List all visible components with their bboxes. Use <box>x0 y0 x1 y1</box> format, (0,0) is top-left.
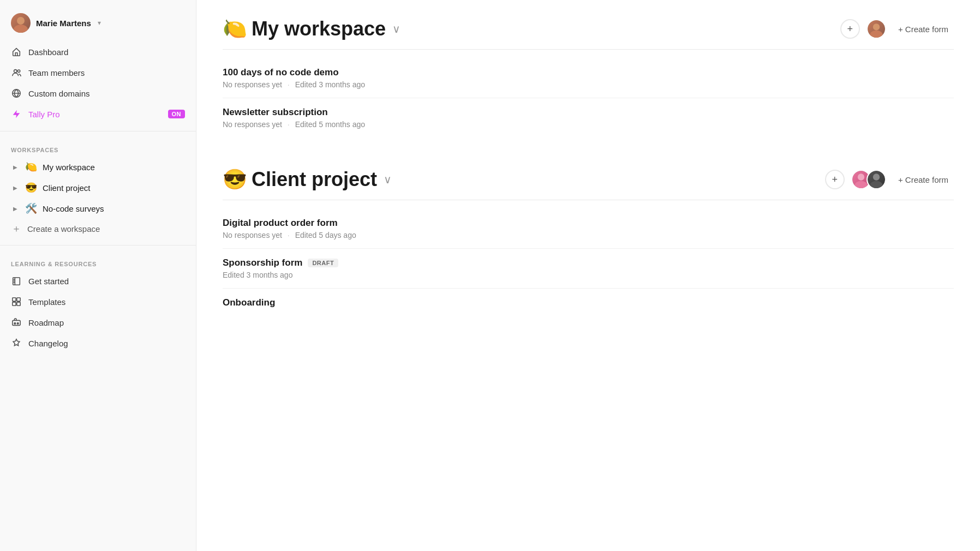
workspace-title-1: My workspace <box>252 17 386 40</box>
form-item-4[interactable]: Sponsorship form DRAFT Edited 3 months a… <box>223 249 954 289</box>
svg-point-2 <box>14 70 17 73</box>
sidebar-item-my-workspace[interactable]: ▶ 🍋 My workspace <box>4 157 192 177</box>
globe-icon <box>11 88 22 99</box>
draft-badge: DRAFT <box>308 259 338 267</box>
nav-custom-domains[interactable]: Custom domains <box>4 83 192 104</box>
workspace-label-3: No-code surveys <box>43 204 104 213</box>
nav-dashboard[interactable]: Dashboard <box>4 41 192 62</box>
svg-point-16 <box>873 173 880 180</box>
nav-get-started[interactable]: Get started <box>4 271 192 291</box>
form-edited-4: Edited 3 months ago <box>223 271 292 279</box>
workspace-chevron-2[interactable]: ∨ <box>384 173 392 186</box>
main-content: 🍋 My workspace ∨ + <box>196 0 980 551</box>
nav-domains-label: Custom domains <box>28 89 90 98</box>
form-meta-3: No responses yet · Edited 5 days ago <box>223 231 954 239</box>
form-responses-2: No responses yet <box>223 120 282 129</box>
nav-changelog[interactable]: Changelog <box>4 333 192 354</box>
svg-point-15 <box>854 181 867 189</box>
nav-changelog-label: Changelog <box>28 339 68 348</box>
add-member-button-1[interactable]: + <box>840 19 860 39</box>
create-form-button-2[interactable]: + Create form <box>893 172 954 188</box>
form-meta-4: Edited 3 months ago <box>223 271 954 279</box>
main-nav: Dashboard Team members Custom domains <box>0 41 196 124</box>
svg-point-1 <box>14 25 28 33</box>
member-avatar-circle <box>868 20 885 38</box>
form-title-1: 100 days of no code demo <box>223 67 954 78</box>
form-title-5: Onboarding <box>223 297 954 308</box>
nav-tally-pro-label: Tally Pro <box>28 110 60 119</box>
add-member-button-2[interactable]: + <box>825 170 845 189</box>
form-item-5[interactable]: Onboarding <box>223 289 954 319</box>
learning-nav: Get started Templates <box>0 271 196 354</box>
svg-point-0 <box>17 17 25 25</box>
form-meta-1: No responses yet · Edited 3 months ago <box>223 80 954 89</box>
create-form-label-2: + Create form <box>898 175 948 184</box>
workspace-list: ▶ 🍋 My workspace ▶ 😎 Client project ▶ 🛠️… <box>0 157 196 238</box>
sidebar-divider-2 <box>0 245 196 245</box>
svg-point-17 <box>870 181 882 189</box>
plus-icon: ＋ <box>11 223 22 234</box>
expand-arrow-icon-2: ▶ <box>11 183 20 192</box>
workspace-label-1: My workspace <box>43 163 95 172</box>
svg-point-13 <box>870 31 882 39</box>
nav-templates[interactable]: Templates <box>4 291 192 312</box>
nav-team-members[interactable]: Team members <box>4 62 192 83</box>
form-edited-2: Edited 5 months ago <box>295 120 365 129</box>
svg-rect-9 <box>13 320 20 325</box>
nav-tally-pro[interactable]: Tally Pro ON <box>4 104 192 124</box>
form-responses-1: No responses yet <box>223 80 282 89</box>
nav-roadmap[interactable]: Roadmap <box>4 312 192 333</box>
form-responses-3: No responses yet <box>223 231 282 239</box>
sidebar-item-client-project[interactable]: ▶ 😎 Client project <box>4 177 192 198</box>
member-avatar-circle-dark <box>868 171 885 188</box>
workspace-section-my: 🍋 My workspace ∨ + <box>196 0 980 155</box>
create-workspace-button[interactable]: ＋ Create a workspace <box>4 219 192 238</box>
workspace-chevron-1[interactable]: ∨ <box>392 22 401 35</box>
form-item-2[interactable]: Newsletter subscription No responses yet… <box>223 98 954 137</box>
form-edited-1: Edited 3 months ago <box>295 80 365 89</box>
workspace-actions-2: + <box>825 170 954 189</box>
user-chevron-icon: ▾ <box>98 19 101 27</box>
workspace-title-area-client: 😎 Client project ∨ <box>223 168 392 191</box>
meta-dot-3: · <box>288 231 290 239</box>
svg-rect-5 <box>13 298 16 301</box>
workspace-emoji-2: 😎 <box>25 182 37 194</box>
learning-section: LEARNING & RESOURCES Get started <box>0 252 196 354</box>
nav-team-label: Team members <box>28 68 85 77</box>
tally-pro-badge: ON <box>168 110 186 118</box>
templates-icon <box>11 296 22 307</box>
workspaces-label: WORKSPACES <box>0 138 196 157</box>
meta-dot-1: · <box>288 80 290 89</box>
meta-dot-2: · <box>288 120 290 129</box>
member-avatars-2 <box>851 170 886 189</box>
sidebar-item-no-code-surveys[interactable]: ▶ 🛠️ No-code surveys <box>4 198 192 219</box>
svg-rect-7 <box>13 302 16 306</box>
svg-rect-6 <box>17 298 20 301</box>
workspace-title-area-my: 🍋 My workspace ∨ <box>223 17 401 40</box>
learning-label: LEARNING & RESOURCES <box>0 252 196 271</box>
form-meta-2: No responses yet · Edited 5 months ago <box>223 120 954 129</box>
workspace-label-2: Client project <box>43 183 91 193</box>
svg-point-3 <box>17 70 20 73</box>
workspace-header-client: 😎 Client project ∨ + <box>223 168 954 200</box>
form-list-2: Digital product order form No responses … <box>223 200 954 328</box>
member-avatar <box>867 19 886 39</box>
home-icon <box>11 46 22 57</box>
svg-point-10 <box>14 322 16 324</box>
form-item-1[interactable]: 100 days of no code demo No responses ye… <box>223 58 954 98</box>
form-item-3[interactable]: Digital product order form No responses … <box>223 209 954 249</box>
nav-get-started-label: Get started <box>28 277 69 286</box>
form-title-3: Digital product order form <box>223 218 954 229</box>
book-icon <box>11 276 22 286</box>
team-icon <box>11 67 22 78</box>
workspace-emoji-3: 🛠️ <box>25 202 37 214</box>
form-title-2: Newsletter subscription <box>223 107 954 118</box>
workspace-section-client: 😎 Client project ∨ + <box>196 155 980 337</box>
svg-point-12 <box>873 23 880 30</box>
changelog-icon <box>11 338 22 349</box>
create-form-button-1[interactable]: + Create form <box>893 21 954 37</box>
user-avatar <box>11 13 31 33</box>
workspace-actions-1: + + Create form <box>840 19 954 39</box>
user-profile[interactable]: Marie Martens ▾ <box>0 9 196 41</box>
workspace-title-2: Client project <box>252 168 377 191</box>
